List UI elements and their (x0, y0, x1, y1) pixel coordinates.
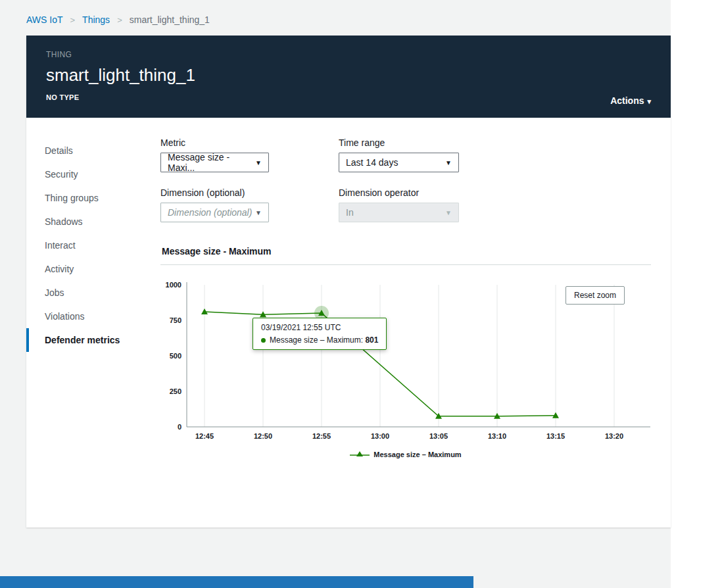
dimension-operator-label: Dimension operator (339, 187, 651, 198)
chevron-down-icon: ▼ (255, 209, 262, 216)
sidebar-item-shadows[interactable]: Shadows (26, 210, 160, 233)
sidebar-item-jobs[interactable]: Jobs (26, 281, 160, 305)
thing-type-label: NO TYPE (46, 93, 651, 101)
bottom-blue-bar (0, 576, 473, 588)
sidebar-item-interact[interactable]: Interact (26, 233, 160, 257)
sidebar-item-defender-metrics[interactable]: Defender metrics (26, 328, 160, 352)
breadcrumb: AWS IoT>Things>smart_light_thing_1 (0, 0, 722, 36)
time-range-select[interactable]: Last 14 days ▼ (339, 153, 459, 172)
page-right-margin (671, 0, 722, 588)
metric-chart: 12:4512:5012:5513:0013:0513:1013:1513:20… (160, 276, 651, 444)
chart-title: Message size - Maximum (162, 246, 651, 257)
breadcrumb-item-smart-light-thing-1: smart_light_thing_1 (130, 14, 210, 25)
tooltip-value: 801 (365, 335, 378, 345)
time-range-label: Time range (339, 137, 651, 148)
svg-text:13:15: 13:15 (546, 432, 565, 440)
dimension-filter: Dimension (optional) Dimension (optional… (160, 187, 339, 222)
reset-zoom-button[interactable]: Reset zoom (566, 286, 625, 305)
legend-label: Message size – Maximum (373, 451, 461, 458)
thing-header: THING smart_light_thing_1 NO TYPE Action… (26, 36, 671, 118)
chevron-down-icon: ▼ (445, 159, 452, 166)
svg-text:13:05: 13:05 (429, 432, 448, 440)
sidebar-item-details[interactable]: Details (26, 139, 160, 162)
svg-text:750: 750 (170, 316, 181, 324)
breadcrumb-item-aws-iot[interactable]: AWS IoT (26, 14, 63, 25)
tooltip-timestamp: 03/19/2021 12:55 UTC (261, 323, 378, 332)
svg-text:12:55: 12:55 (312, 432, 331, 440)
svg-text:13:20: 13:20 (605, 432, 623, 440)
chevron-down-icon: ▼ (255, 159, 262, 166)
divider (160, 264, 651, 265)
svg-text:13:00: 13:00 (371, 432, 389, 440)
series-dot-icon (261, 338, 266, 343)
page-title: smart_light_thing_1 (46, 65, 651, 86)
thing-eyebrow: THING (46, 50, 651, 59)
svg-text:1000: 1000 (166, 281, 181, 289)
svg-text:500: 500 (170, 352, 181, 360)
svg-text:12:50: 12:50 (254, 432, 272, 440)
chevron-down-icon: ▾ (647, 97, 651, 105)
thing-card: THING smart_light_thing_1 NO TYPE Action… (26, 36, 671, 527)
dimension-operator-value: In (346, 207, 354, 218)
metric-label: Metric (160, 137, 339, 148)
svg-text:250: 250 (170, 387, 181, 395)
chevron-down-icon: ▼ (445, 209, 452, 216)
main-content: Metric Message size - Maxi... ▼ Time ran… (160, 137, 671, 458)
tooltip-series-label: Message size – Maximum: (270, 335, 363, 345)
tooltip-series-row: Message size – Maximum: 801 (261, 335, 378, 345)
actions-button[interactable]: Actions▾ (610, 93, 651, 109)
time-range-filter: Time range Last 14 days ▼ (339, 137, 651, 172)
actions-button-label: Actions (610, 95, 644, 106)
time-range-select-value: Last 14 days (346, 157, 398, 168)
dimension-label: Dimension (optional) (160, 187, 339, 198)
metric-filter: Metric Message size - Maxi... ▼ (160, 137, 339, 172)
triangle-marker-icon (350, 451, 370, 458)
svg-text:13:10: 13:10 (488, 432, 506, 440)
metric-select[interactable]: Message size - Maxi... ▼ (160, 153, 269, 172)
dimension-select[interactable]: Dimension (optional) ▼ (160, 203, 269, 222)
svg-text:0: 0 (178, 423, 181, 431)
dimension-operator-select: In ▼ (339, 203, 459, 222)
metric-select-value: Message size - Maxi... (168, 152, 255, 173)
dimension-operator-filter: Dimension operator In ▼ (339, 187, 651, 222)
sidebar-item-activity[interactable]: Activity (26, 257, 160, 281)
chart-panel: Message size - Maximum 12:4512:5012:5513… (160, 246, 651, 458)
dimension-select-placeholder: Dimension (optional) (168, 207, 252, 218)
chart-tooltip: 03/19/2021 12:55 UTC Message size – Maxi… (253, 318, 387, 350)
sidebar: DetailsSecurityThing groupsShadowsIntera… (26, 137, 160, 458)
breadcrumb-item-things[interactable]: Things (82, 14, 110, 25)
svg-text:12:45: 12:45 (195, 432, 214, 440)
metric-filters: Metric Message size - Maxi... ▼ Time ran… (160, 137, 651, 222)
thing-card-body: DetailsSecurityThing groupsShadowsIntera… (26, 118, 671, 527)
sidebar-item-violations[interactable]: Violations (26, 305, 160, 328)
breadcrumb-separator-icon: > (70, 15, 76, 25)
breadcrumb-separator-icon: > (117, 15, 122, 25)
sidebar-item-security[interactable]: Security (26, 162, 160, 186)
sidebar-item-thing-groups[interactable]: Thing groups (26, 186, 160, 210)
chart-legend[interactable]: Message size – Maximum (160, 451, 651, 458)
